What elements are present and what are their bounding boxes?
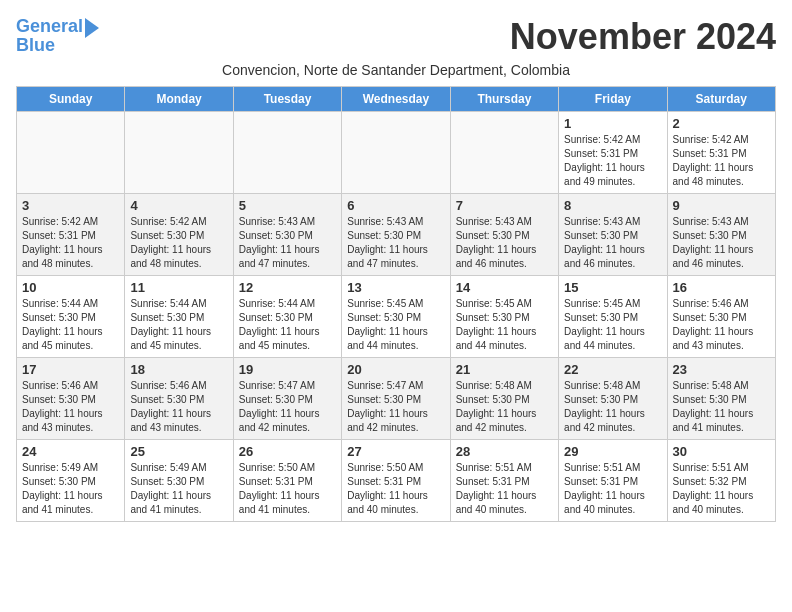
calendar-week-row: 1Sunrise: 5:42 AM Sunset: 5:31 PM Daylig… bbox=[17, 112, 776, 194]
calendar-header-row: SundayMondayTuesdayWednesdayThursdayFrid… bbox=[17, 87, 776, 112]
calendar-cell: 18Sunrise: 5:46 AM Sunset: 5:30 PM Dayli… bbox=[125, 358, 233, 440]
calendar-cell: 8Sunrise: 5:43 AM Sunset: 5:30 PM Daylig… bbox=[559, 194, 667, 276]
day-number: 28 bbox=[456, 444, 553, 459]
calendar-cell: 10Sunrise: 5:44 AM Sunset: 5:30 PM Dayli… bbox=[17, 276, 125, 358]
weekday-header-monday: Monday bbox=[125, 87, 233, 112]
day-info: Sunrise: 5:43 AM Sunset: 5:30 PM Dayligh… bbox=[239, 215, 336, 271]
day-info: Sunrise: 5:46 AM Sunset: 5:30 PM Dayligh… bbox=[22, 379, 119, 435]
logo-blue-text: Blue bbox=[16, 36, 55, 56]
location-subtitle: Convencion, Norte de Santander Departmen… bbox=[16, 62, 776, 78]
calendar-cell: 11Sunrise: 5:44 AM Sunset: 5:30 PM Dayli… bbox=[125, 276, 233, 358]
day-number: 27 bbox=[347, 444, 444, 459]
calendar-cell: 16Sunrise: 5:46 AM Sunset: 5:30 PM Dayli… bbox=[667, 276, 775, 358]
day-info: Sunrise: 5:45 AM Sunset: 5:30 PM Dayligh… bbox=[564, 297, 661, 353]
month-title: November 2024 bbox=[510, 16, 776, 58]
weekday-header-wednesday: Wednesday bbox=[342, 87, 450, 112]
day-info: Sunrise: 5:50 AM Sunset: 5:31 PM Dayligh… bbox=[239, 461, 336, 517]
day-info: Sunrise: 5:44 AM Sunset: 5:30 PM Dayligh… bbox=[22, 297, 119, 353]
day-info: Sunrise: 5:45 AM Sunset: 5:30 PM Dayligh… bbox=[456, 297, 553, 353]
calendar-cell: 22Sunrise: 5:48 AM Sunset: 5:30 PM Dayli… bbox=[559, 358, 667, 440]
day-info: Sunrise: 5:48 AM Sunset: 5:30 PM Dayligh… bbox=[564, 379, 661, 435]
calendar-cell: 12Sunrise: 5:44 AM Sunset: 5:30 PM Dayli… bbox=[233, 276, 341, 358]
day-info: Sunrise: 5:51 AM Sunset: 5:31 PM Dayligh… bbox=[564, 461, 661, 517]
calendar-cell: 24Sunrise: 5:49 AM Sunset: 5:30 PM Dayli… bbox=[17, 440, 125, 522]
calendar-cell: 14Sunrise: 5:45 AM Sunset: 5:30 PM Dayli… bbox=[450, 276, 558, 358]
day-number: 30 bbox=[673, 444, 770, 459]
calendar-week-row: 24Sunrise: 5:49 AM Sunset: 5:30 PM Dayli… bbox=[17, 440, 776, 522]
day-info: Sunrise: 5:43 AM Sunset: 5:30 PM Dayligh… bbox=[564, 215, 661, 271]
day-number: 7 bbox=[456, 198, 553, 213]
day-info: Sunrise: 5:50 AM Sunset: 5:31 PM Dayligh… bbox=[347, 461, 444, 517]
calendar-cell: 29Sunrise: 5:51 AM Sunset: 5:31 PM Dayli… bbox=[559, 440, 667, 522]
day-number: 23 bbox=[673, 362, 770, 377]
logo-text: General bbox=[16, 17, 83, 37]
calendar-week-row: 10Sunrise: 5:44 AM Sunset: 5:30 PM Dayli… bbox=[17, 276, 776, 358]
day-number: 29 bbox=[564, 444, 661, 459]
calendar-cell: 15Sunrise: 5:45 AM Sunset: 5:30 PM Dayli… bbox=[559, 276, 667, 358]
calendar-table: SundayMondayTuesdayWednesdayThursdayFrid… bbox=[16, 86, 776, 522]
calendar-cell: 3Sunrise: 5:42 AM Sunset: 5:31 PM Daylig… bbox=[17, 194, 125, 276]
calendar-cell bbox=[342, 112, 450, 194]
day-number: 19 bbox=[239, 362, 336, 377]
day-number: 17 bbox=[22, 362, 119, 377]
day-info: Sunrise: 5:42 AM Sunset: 5:31 PM Dayligh… bbox=[564, 133, 661, 189]
day-info: Sunrise: 5:47 AM Sunset: 5:30 PM Dayligh… bbox=[239, 379, 336, 435]
day-info: Sunrise: 5:49 AM Sunset: 5:30 PM Dayligh… bbox=[22, 461, 119, 517]
calendar-cell: 23Sunrise: 5:48 AM Sunset: 5:30 PM Dayli… bbox=[667, 358, 775, 440]
day-info: Sunrise: 5:43 AM Sunset: 5:30 PM Dayligh… bbox=[456, 215, 553, 271]
day-number: 3 bbox=[22, 198, 119, 213]
day-number: 26 bbox=[239, 444, 336, 459]
day-number: 24 bbox=[22, 444, 119, 459]
calendar-cell: 4Sunrise: 5:42 AM Sunset: 5:30 PM Daylig… bbox=[125, 194, 233, 276]
day-number: 18 bbox=[130, 362, 227, 377]
day-info: Sunrise: 5:49 AM Sunset: 5:30 PM Dayligh… bbox=[130, 461, 227, 517]
weekday-header-saturday: Saturday bbox=[667, 87, 775, 112]
calendar-cell: 5Sunrise: 5:43 AM Sunset: 5:30 PM Daylig… bbox=[233, 194, 341, 276]
day-number: 25 bbox=[130, 444, 227, 459]
day-number: 16 bbox=[673, 280, 770, 295]
calendar-cell: 30Sunrise: 5:51 AM Sunset: 5:32 PM Dayli… bbox=[667, 440, 775, 522]
logo: General Blue bbox=[16, 16, 99, 56]
day-info: Sunrise: 5:42 AM Sunset: 5:30 PM Dayligh… bbox=[130, 215, 227, 271]
calendar-cell: 17Sunrise: 5:46 AM Sunset: 5:30 PM Dayli… bbox=[17, 358, 125, 440]
calendar-cell: 13Sunrise: 5:45 AM Sunset: 5:30 PM Dayli… bbox=[342, 276, 450, 358]
calendar-cell bbox=[233, 112, 341, 194]
logo-arrow-icon bbox=[85, 18, 99, 38]
calendar-cell: 21Sunrise: 5:48 AM Sunset: 5:30 PM Dayli… bbox=[450, 358, 558, 440]
title-section: November 2024 bbox=[510, 16, 776, 58]
day-number: 15 bbox=[564, 280, 661, 295]
calendar-cell: 28Sunrise: 5:51 AM Sunset: 5:31 PM Dayli… bbox=[450, 440, 558, 522]
calendar-week-row: 3Sunrise: 5:42 AM Sunset: 5:31 PM Daylig… bbox=[17, 194, 776, 276]
day-number: 5 bbox=[239, 198, 336, 213]
calendar-cell: 20Sunrise: 5:47 AM Sunset: 5:30 PM Dayli… bbox=[342, 358, 450, 440]
day-number: 21 bbox=[456, 362, 553, 377]
day-number: 2 bbox=[673, 116, 770, 131]
calendar-cell bbox=[17, 112, 125, 194]
calendar-cell: 27Sunrise: 5:50 AM Sunset: 5:31 PM Dayli… bbox=[342, 440, 450, 522]
calendar-cell: 7Sunrise: 5:43 AM Sunset: 5:30 PM Daylig… bbox=[450, 194, 558, 276]
day-number: 13 bbox=[347, 280, 444, 295]
day-number: 1 bbox=[564, 116, 661, 131]
weekday-header-tuesday: Tuesday bbox=[233, 87, 341, 112]
calendar-cell: 19Sunrise: 5:47 AM Sunset: 5:30 PM Dayli… bbox=[233, 358, 341, 440]
day-number: 12 bbox=[239, 280, 336, 295]
calendar-cell bbox=[450, 112, 558, 194]
day-number: 11 bbox=[130, 280, 227, 295]
weekday-header-thursday: Thursday bbox=[450, 87, 558, 112]
day-info: Sunrise: 5:48 AM Sunset: 5:30 PM Dayligh… bbox=[456, 379, 553, 435]
calendar-cell: 9Sunrise: 5:43 AM Sunset: 5:30 PM Daylig… bbox=[667, 194, 775, 276]
day-info: Sunrise: 5:45 AM Sunset: 5:30 PM Dayligh… bbox=[347, 297, 444, 353]
day-info: Sunrise: 5:46 AM Sunset: 5:30 PM Dayligh… bbox=[673, 297, 770, 353]
weekday-header-sunday: Sunday bbox=[17, 87, 125, 112]
calendar-cell: 26Sunrise: 5:50 AM Sunset: 5:31 PM Dayli… bbox=[233, 440, 341, 522]
calendar-cell: 2Sunrise: 5:42 AM Sunset: 5:31 PM Daylig… bbox=[667, 112, 775, 194]
day-info: Sunrise: 5:46 AM Sunset: 5:30 PM Dayligh… bbox=[130, 379, 227, 435]
day-info: Sunrise: 5:42 AM Sunset: 5:31 PM Dayligh… bbox=[673, 133, 770, 189]
calendar-cell bbox=[125, 112, 233, 194]
calendar-cell: 6Sunrise: 5:43 AM Sunset: 5:30 PM Daylig… bbox=[342, 194, 450, 276]
calendar-cell: 1Sunrise: 5:42 AM Sunset: 5:31 PM Daylig… bbox=[559, 112, 667, 194]
day-info: Sunrise: 5:51 AM Sunset: 5:31 PM Dayligh… bbox=[456, 461, 553, 517]
day-number: 14 bbox=[456, 280, 553, 295]
day-number: 20 bbox=[347, 362, 444, 377]
day-number: 22 bbox=[564, 362, 661, 377]
